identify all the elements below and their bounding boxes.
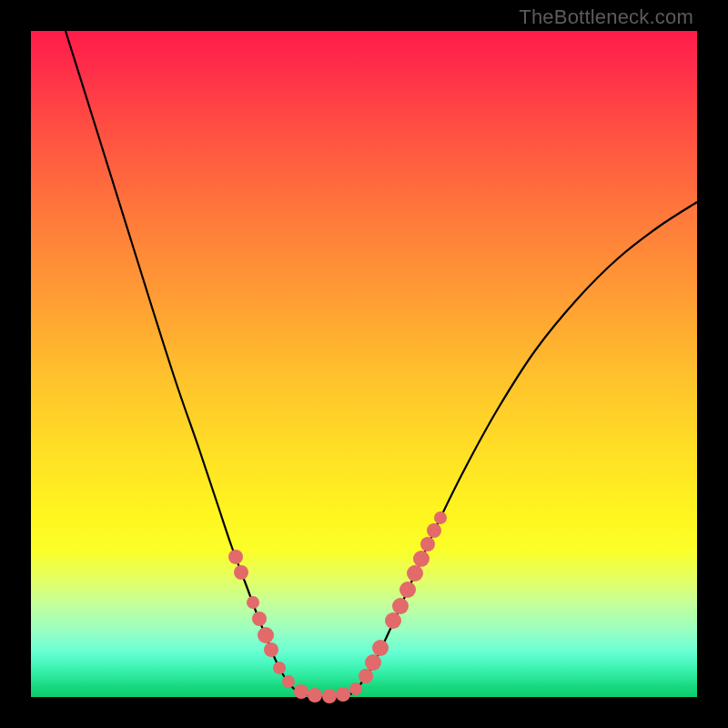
curve-marker: [273, 662, 286, 674]
curve-marker: [308, 688, 322, 703]
curve-marker: [336, 687, 350, 702]
curve-marker: [407, 565, 423, 581]
curve-marker: [399, 581, 416, 598]
curve-marker: [413, 551, 430, 567]
curve-marker: [392, 598, 409, 614]
curve-marker: [282, 675, 295, 688]
curve-marker: [258, 627, 274, 643]
curve-marker: [322, 689, 337, 703]
curve-marker: [247, 596, 259, 609]
curve-marker: [228, 550, 243, 564]
curve-marker: [434, 511, 447, 524]
curve-marker: [294, 684, 308, 699]
curve-marker: [359, 669, 373, 683]
plot-frame: [31, 31, 697, 697]
curve-marker: [349, 682, 362, 695]
curve-marker: [372, 640, 389, 656]
curve-marker: [420, 537, 435, 551]
curve-svg: [31, 31, 697, 697]
curve-markers: [228, 511, 447, 703]
curve-marker: [234, 565, 248, 580]
curve-marker: [264, 642, 278, 657]
curve-marker: [427, 523, 441, 538]
curve-marker: [385, 612, 401, 629]
plot-area: [31, 31, 697, 697]
v-curve: [66, 31, 697, 697]
curve-marker: [252, 612, 267, 626]
watermark-text: TheBottleneck.com: [519, 5, 693, 29]
curve-marker: [365, 654, 381, 671]
